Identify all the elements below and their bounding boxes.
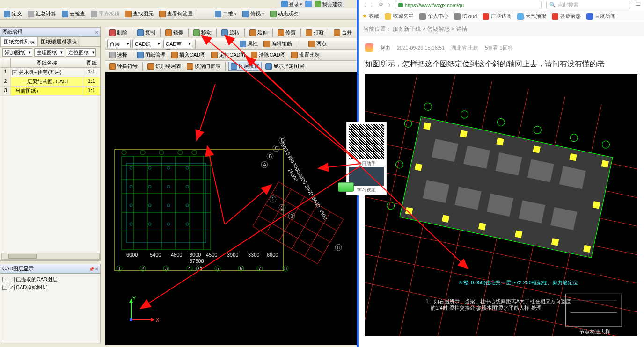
- set-scale-icon: [291, 52, 298, 58]
- expand-icon[interactable]: +: [2, 285, 7, 290]
- svg-text:1、如右图所示，当梁、柱中心线间距离A大于柱在相应方向宽度: 1、如右图所示，当梁、柱中心线间距离A大于柱在相应方向宽度: [426, 298, 571, 304]
- set-scale-button[interactable]: 设置比例: [289, 51, 322, 59]
- delete-button[interactable]: 删除: [107, 29, 129, 36]
- flat-slab-button[interactable]: 平齐板顶: [89, 10, 121, 18]
- floor-select[interactable]: 首层: [107, 40, 131, 48]
- cad-viewport[interactable]: A B C D 1 2 3 8 1 2 3: [105, 72, 357, 345]
- rebar-view-button[interactable]: 查看钢筋量: [157, 10, 195, 18]
- two-point-button[interactable]: 两点: [307, 40, 329, 48]
- copy-button[interactable]: 复制: [135, 29, 157, 36]
- define-button[interactable]: 定义: [2, 10, 24, 18]
- search-box[interactable]: 🔍 点此搜索: [546, 1, 630, 9]
- view-2d-button[interactable]: 二维▾: [213, 10, 239, 18]
- insert-cad-button[interactable]: 插入CAD图: [169, 51, 207, 59]
- rotate-icon: [221, 29, 228, 36]
- find-entity-button[interactable]: 查找图元: [123, 10, 155, 18]
- locate-drawing-button[interactable]: 定位图纸: [66, 48, 96, 57]
- bookmark-icloud[interactable]: iCloud: [454, 13, 477, 20]
- tab-file-list[interactable]: 图纸文件列表: [0, 37, 38, 46]
- back-button[interactable]: 〈: [361, 1, 366, 8]
- address-bar[interactable]: https://www.fwxgx.com/qu: [395, 1, 542, 9]
- show-layer-button[interactable]: 显示指定图层: [263, 62, 306, 70]
- tree-item[interactable]: + 已提取的CAD图层: [2, 275, 98, 283]
- bookmark-baidu[interactable]: 百度新闻: [586, 13, 615, 20]
- drawing-mgr-icon: [137, 52, 144, 58]
- svg-point-54: [167, 166, 170, 169]
- pin-icon[interactable]: 📌: [89, 267, 94, 272]
- svg-text:6600: 6600: [267, 252, 278, 258]
- break-button[interactable]: 打断: [304, 29, 326, 36]
- svg-point-55: [186, 166, 189, 169]
- bookmark-fav[interactable]: ★收藏: [362, 13, 379, 20]
- view-top-button[interactable]: 俯视▾: [241, 10, 266, 18]
- add-drawing-button[interactable]: 添加图纸: [2, 48, 32, 57]
- clear-cad-button[interactable]: 清除CAD图: [249, 51, 287, 59]
- table-row[interactable]: 1 − 吴永良--住宅(五层) 1:1: [0, 68, 100, 77]
- trim-button[interactable]: 修剪: [276, 29, 298, 36]
- cloud-check-button[interactable]: 云检查: [60, 10, 87, 18]
- drawing-mgr-button[interactable]: 图纸管理: [135, 51, 168, 59]
- break-icon: [306, 29, 312, 36]
- bookmark-glodon[interactable]: 广联达商: [483, 13, 512, 20]
- post-views: 5查看 0回答: [485, 44, 512, 51]
- suggest-link[interactable]: 我要建议: [315, 1, 343, 8]
- convert-symbol-button[interactable]: 转换符号: [107, 62, 139, 70]
- search-placeholder: 点此搜索: [558, 1, 578, 8]
- scrollbar-horizontal[interactable]: [1, 253, 100, 260]
- move-icon: [193, 29, 200, 36]
- tidy-drawing-button[interactable]: 整理图纸: [34, 48, 64, 57]
- recognize-door-button[interactable]: 识别门窗表: [185, 62, 222, 70]
- refresh-button[interactable]: ⟳: [379, 1, 383, 8]
- extend-button[interactable]: 延伸: [248, 29, 270, 36]
- video-thumb[interactable]: [349, 167, 384, 186]
- edit-rebar-button[interactable]: 编辑钢筋: [262, 40, 294, 48]
- table-row[interactable]: 2 二层梁结构图. CADI 1:1: [0, 77, 100, 87]
- tree-item[interactable]: + ✓ CAD原始图层: [2, 283, 98, 291]
- menu-icon[interactable]: ☰: [635, 1, 641, 9]
- select-button[interactable]: 选择: [107, 51, 129, 59]
- bell-icon[interactable]: [305, 1, 312, 7]
- move-button[interactable]: 移动: [191, 29, 213, 36]
- bookmark-qa[interactable]: 答疑解惑: [552, 13, 581, 20]
- trim-icon: [278, 29, 284, 36]
- sum-calc-button[interactable]: 汇总计算: [26, 10, 58, 18]
- dynamic-orbit-button[interactable]: 动态观察: [268, 10, 300, 18]
- post-time: 2021-09-29 15:18:51: [397, 45, 445, 51]
- edit-rebar-icon: [263, 41, 270, 47]
- recognize-floor-button[interactable]: 识别楼层表: [146, 62, 183, 70]
- property-icon: [240, 41, 246, 47]
- tab-floor-compare[interactable]: 图纸楼层对照表: [37, 37, 80, 46]
- drawings-actions: 添加图纸 整理图纸 定位图纸: [0, 47, 100, 58]
- svg-text:5: 5: [216, 266, 219, 271]
- svg-point-57: [148, 185, 151, 188]
- toolbar-cad: 选择 图纸管理 插入CAD图 定位CAD图 清除CAD图 设置比例: [105, 50, 357, 61]
- rotate-button[interactable]: 旋转: [220, 29, 242, 36]
- property-button[interactable]: 属性: [238, 40, 260, 48]
- table-row[interactable]: 3 当前图纸） 1:1: [0, 87, 100, 96]
- close-icon[interactable]: ×: [95, 266, 98, 272]
- layer-setting-button[interactable]: 图层设置: [228, 62, 262, 71]
- svg-point-22: [122, 150, 126, 155]
- expand-icon[interactable]: +: [2, 277, 7, 282]
- svg-rect-116: [460, 130, 468, 138]
- cad-recognize-select[interactable]: CAD识别: [132, 40, 161, 48]
- close-icon[interactable]: ×: [381, 123, 385, 130]
- login-link[interactable]: 登录 ▾: [281, 1, 302, 8]
- collapse-icon[interactable]: −: [12, 70, 17, 75]
- checkbox[interactable]: [9, 277, 15, 282]
- svg-text:的1/4时 梁柱交接处 参照本图“梁水平筋大样”处理: 的1/4时 梁柱交接处 参照本图“梁水平筋大样”处理: [431, 305, 542, 311]
- home-button[interactable]: ⌂: [387, 1, 390, 8]
- bookmark-bar-folder[interactable]: 收藏夹栏: [385, 13, 414, 20]
- checkbox-checked[interactable]: ✓: [9, 285, 15, 290]
- merge-button[interactable]: 合并: [332, 29, 354, 36]
- video-label: 学习视频: [349, 187, 384, 193]
- close-icon[interactable]: ×: [95, 29, 98, 35]
- svg-text:Y: Y: [132, 296, 136, 301]
- bookmark-weather[interactable]: 天气预报: [517, 13, 546, 20]
- mirror-button[interactable]: 镜像: [163, 29, 185, 36]
- bookmark-personal[interactable]: 个人中心: [419, 13, 448, 20]
- forward-button[interactable]: 〉: [370, 1, 375, 8]
- post-location: 湖北省 土建: [451, 44, 478, 51]
- cad-sketch-select[interactable]: CAD草图: [163, 40, 192, 48]
- locate-cad-button[interactable]: 定位CAD图: [209, 51, 247, 59]
